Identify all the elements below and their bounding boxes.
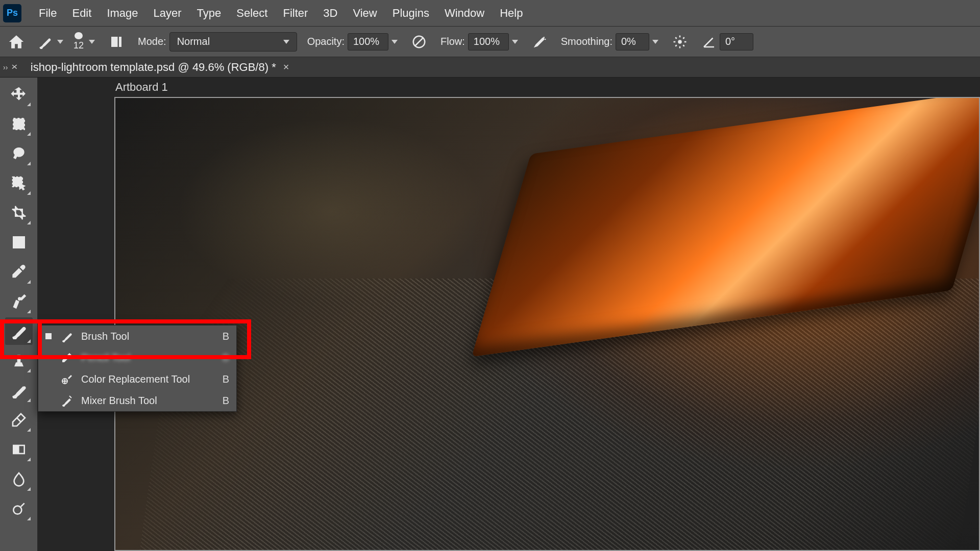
history-brush-tool[interactable] — [5, 377, 33, 404]
flyout-label: Pencil Tool — [81, 352, 214, 364]
healing-brush-tool[interactable] — [5, 288, 33, 315]
menu-window[interactable]: Window — [437, 4, 492, 23]
svg-rect-8 — [13, 445, 19, 454]
menu-image[interactable]: Image — [100, 4, 145, 23]
svg-point-3 — [678, 40, 682, 44]
active-indicator-icon — [45, 333, 52, 339]
expand-panels-icon[interactable]: ›› — [3, 63, 8, 71]
flyout-shortcut: B — [223, 352, 229, 364]
flyout-label: Brush Tool — [81, 331, 214, 342]
brush-icon — [61, 330, 73, 342]
brush-size-value: 12 — [74, 40, 84, 51]
close-icon[interactable]: × — [283, 61, 289, 73]
document-tab[interactable]: ishop-lightroom template.psd @ 49.6% (RG… — [23, 57, 297, 77]
menu-plugins[interactable]: Plugins — [385, 4, 436, 23]
mode-label: Mode: — [138, 36, 166, 47]
brush-settings-button[interactable] — [105, 31, 128, 53]
chevron-down-icon[interactable] — [391, 40, 398, 44]
lasso-tool[interactable] — [5, 140, 33, 167]
menu-file[interactable]: File — [32, 4, 64, 23]
angle-icon — [701, 34, 717, 49]
ps-logo-icon: Ps — [3, 4, 21, 22]
chevron-down-icon — [283, 40, 289, 44]
menu-edit[interactable]: Edit — [65, 4, 99, 23]
canvas-image — [115, 98, 979, 550]
brush-tool[interactable] — [5, 317, 33, 345]
flyout-item-color-replacement[interactable]: Color Replacement Tool B — [38, 368, 236, 390]
svg-rect-4 — [13, 118, 24, 129]
gradient-tool[interactable] — [5, 436, 33, 463]
menu-layer[interactable]: Layer — [146, 4, 189, 23]
document-tab-title: ishop-lightroom template.psd @ 49.6% (RG… — [31, 61, 276, 74]
svg-point-1 — [543, 37, 545, 38]
artboard-label[interactable]: Artboard 1 — [115, 81, 168, 94]
close-tab-group-icon[interactable]: × — [11, 62, 18, 72]
flyout-shortcut: B — [223, 373, 229, 385]
tool-preset-picker[interactable] — [38, 35, 63, 49]
artboard[interactable] — [114, 97, 980, 551]
color-replace-icon — [61, 373, 73, 385]
object-select-tool[interactable] — [5, 169, 33, 197]
blend-mode-select[interactable]: Normal — [169, 32, 297, 52]
flow-input[interactable]: 100% — [468, 33, 509, 51]
smoothing-label: Smoothing: — [561, 36, 612, 47]
flyout-item-mixer-brush[interactable]: Mixer Brush Tool B — [38, 390, 236, 411]
angle-input[interactable]: 0° — [720, 33, 753, 51]
options-bar: 12 Mode: Normal Opacity: 100% Flow: 100%… — [0, 27, 980, 57]
rect-marquee-tool[interactable] — [5, 110, 33, 138]
move-tool[interactable] — [5, 81, 33, 108]
frame-tool[interactable] — [5, 229, 33, 256]
menu-3d[interactable]: 3D — [316, 4, 345, 23]
canvas-area[interactable]: Artboard 1 — [38, 78, 980, 551]
menu-view[interactable]: View — [346, 4, 384, 23]
blend-mode-value: Normal — [177, 36, 210, 47]
workspace: Artboard 1 Brush Tool B Pencil Tool B Co… — [0, 78, 980, 551]
chevron-down-icon[interactable] — [512, 40, 518, 44]
menu-select[interactable]: Select — [229, 4, 275, 23]
flow-label: Flow: — [440, 36, 465, 47]
crop-tool[interactable] — [5, 199, 33, 227]
smoothing-options-button[interactable] — [669, 31, 691, 53]
menu-help[interactable]: Help — [493, 4, 530, 23]
dodge-tool[interactable] — [5, 495, 33, 522]
tools-panel — [0, 78, 38, 551]
opacity-input[interactable]: 100% — [348, 33, 388, 51]
brush-tip-icon — [75, 32, 83, 39]
menu-filter[interactable]: Filter — [276, 4, 315, 23]
svg-point-2 — [545, 38, 546, 40]
opacity-label: Opacity: — [307, 36, 345, 47]
flyout-item-brush[interactable]: Brush Tool B — [38, 325, 236, 347]
flyout-shortcut: B — [223, 331, 229, 342]
svg-point-9 — [13, 506, 21, 514]
smoothing-input[interactable]: 0% — [616, 33, 649, 51]
flyout-label: Mixer Brush Tool — [81, 395, 214, 407]
flyout-label: Color Replacement Tool — [81, 373, 214, 385]
menu-bar: Ps File Edit Image Layer Type Select Fil… — [0, 0, 980, 27]
mixer-brush-icon — [61, 394, 73, 407]
eyedropper-tool[interactable] — [5, 258, 33, 286]
brush-preset-picker[interactable]: 12 — [74, 32, 95, 51]
blur-tool[interactable] — [5, 465, 33, 493]
pencil-icon — [61, 352, 73, 364]
airbrush-button[interactable] — [528, 31, 551, 53]
flyout-shortcut: B — [223, 395, 229, 407]
chevron-down-icon — [89, 40, 95, 44]
chevron-down-icon[interactable] — [652, 40, 658, 44]
home-button[interactable] — [5, 31, 28, 53]
eraser-tool[interactable] — [5, 406, 33, 434]
brush-tool-flyout: Brush Tool B Pencil Tool B Color Replace… — [38, 325, 237, 412]
menu-type[interactable]: Type — [190, 4, 229, 23]
pressure-opacity-button[interactable] — [408, 31, 430, 53]
document-tab-strip: ›› × ishop-lightroom template.psd @ 49.6… — [0, 57, 980, 78]
clone-stamp-tool[interactable] — [5, 347, 33, 374]
flyout-item-pencil[interactable]: Pencil Tool B — [38, 347, 236, 368]
chevron-down-icon — [57, 40, 63, 44]
